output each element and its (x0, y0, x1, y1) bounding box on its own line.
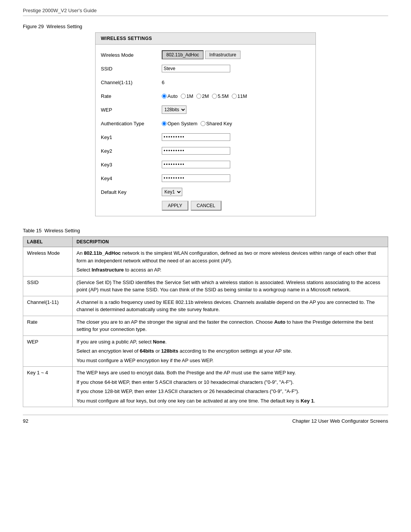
auth-label: Authentication Type (101, 121, 162, 126)
rate-2m-text: 2M (202, 93, 209, 99)
wep-label: WEP (101, 107, 162, 113)
key3-input[interactable] (162, 161, 230, 168)
ssid-row: SSID (101, 64, 308, 73)
page-header: Prestige 2000W_V2 User's Guide (23, 8, 388, 16)
table-row: Channel(1-11)A channel is a radio freque… (23, 296, 388, 316)
wep-row: WEP 128bits 64bits None (101, 105, 308, 115)
wep-controls: 128bits 64bits None (162, 105, 308, 114)
table-label: Table (23, 228, 36, 233)
wep-select[interactable]: 128bits 64bits None (162, 105, 186, 114)
row-description: (Service Set ID) The SSID identifies the… (73, 276, 388, 296)
wireless-panel-body: Wireless Mode 802.11b_AdHoc Infrastructu… (96, 45, 315, 216)
col-header-label: LABEL (23, 237, 73, 247)
key1-row: Key1 (101, 132, 308, 142)
row-description: If you are using a public AP, select Non… (73, 335, 388, 367)
default-key-select[interactable]: Key1 Key2 Key3 Key4 (162, 188, 182, 196)
default-key-controls: Key1 Key2 Key3 Key4 (162, 188, 308, 196)
wireless-mode-controls: 802.11b_AdHoc Infrastructure (162, 50, 308, 59)
table-caption-text: Wireless Setting (44, 228, 80, 233)
key1-input[interactable] (162, 133, 230, 141)
row-description: An 802.11b_AdHoc network is the simplest… (73, 247, 388, 276)
row-description: A channel is a radio frequency used by I… (73, 296, 388, 316)
row-description: The closer you are to an AP the stronger… (73, 316, 388, 335)
key4-input[interactable] (162, 174, 230, 182)
row-label: SSID (23, 276, 73, 296)
rate-11m-label[interactable]: 11M (232, 93, 247, 99)
rate-1m-text: 1M (186, 93, 193, 99)
figure-caption-text: Wireless Setting (46, 24, 82, 29)
table-number: 15 (36, 228, 41, 233)
channel-label: Channel(1-11) (101, 80, 162, 85)
table-row: Key 1 ~ 4The WEP keys are used to encryp… (23, 367, 388, 407)
ssid-label: SSID (101, 66, 162, 72)
panel-title: WIRELESS SETTINGS (101, 36, 152, 41)
key1-controls (162, 133, 308, 141)
wireless-mode-row: Wireless Mode 802.11b_AdHoc Infrastructu… (101, 50, 308, 60)
key1-label: Key1 (101, 134, 162, 140)
rate-1m-label[interactable]: 1M (181, 93, 193, 99)
row-description: The WEP keys are used to encrypt data. B… (73, 367, 388, 407)
key2-row: Key2 (101, 146, 308, 156)
figure-caption: Figure 29 Wireless Setting (23, 24, 388, 29)
cancel-button[interactable]: CANCEL (191, 201, 221, 211)
wireless-settings-panel: WIRELESS SETTINGS Wireless Mode 802.11b_… (95, 32, 316, 216)
channel-value: 6 (162, 80, 164, 85)
row-label: Wireless Mode (23, 247, 73, 276)
description-table: LABEL DESCRIPTION Wireless ModeAn 802.11… (23, 236, 388, 407)
rate-11m-text: 11M (237, 93, 247, 99)
table-header-row: LABEL DESCRIPTION (23, 237, 388, 247)
table-row: WEPIf you are using a public AP, select … (23, 335, 388, 367)
auth-open-label[interactable]: Open System (162, 121, 198, 126)
rate-11m-radio[interactable] (232, 94, 237, 99)
key2-input[interactable] (162, 147, 230, 155)
rate-label: Rate (101, 93, 162, 99)
wireless-mode-label: Wireless Mode (101, 52, 162, 58)
rate-auto-label[interactable]: Auto (162, 93, 178, 99)
key2-controls (162, 147, 308, 155)
rate-5m-radio[interactable] (212, 94, 217, 99)
figure-label: Figure (23, 24, 38, 29)
wireless-panel-header: WIRELESS SETTINGS (96, 33, 315, 45)
table-row: SSID(Service Set ID) The SSID identifies… (23, 276, 388, 296)
table-row: RateThe closer you are to an AP the stro… (23, 316, 388, 335)
chapter-title: Chapter 12 User Web Configurator Screens (292, 418, 388, 424)
key4-controls (162, 174, 308, 182)
default-key-row: Default Key Key1 Key2 Key3 Key4 (101, 187, 308, 197)
table-row: Wireless ModeAn 802.11b_AdHoc network is… (23, 247, 388, 276)
row-label: Key 1 ~ 4 (23, 367, 73, 407)
key3-row: Key3 (101, 160, 308, 169)
rate-5m-text: 5.5M (218, 93, 229, 99)
rate-1m-radio[interactable] (181, 94, 186, 99)
ssid-controls (162, 65, 308, 72)
ssid-input[interactable] (162, 65, 230, 72)
auth-controls: Open System Shared Key (162, 121, 308, 126)
rate-2m-label[interactable]: 2M (196, 93, 209, 99)
rate-auto-radio[interactable] (162, 94, 167, 99)
adhoc-button[interactable]: 802.11b_AdHoc (162, 50, 204, 59)
rate-auto-text: Auto (167, 93, 178, 99)
row-label: Channel(1-11) (23, 296, 73, 316)
auth-row: Authentication Type Open System Shared K… (101, 118, 308, 128)
infrastructure-button[interactable]: Infrastructure (205, 51, 241, 59)
row-label: Rate (23, 316, 73, 335)
page-footer: 92 Chapter 12 User Web Configurator Scre… (23, 415, 388, 424)
key3-controls (162, 161, 308, 168)
key4-label: Key4 (101, 176, 162, 181)
rate-controls: Auto 1M 2M 5.5M 11M (162, 93, 308, 99)
key2-label: Key2 (101, 148, 162, 154)
rate-row: Rate Auto 1M 2M 5.5M (101, 91, 308, 101)
channel-controls: 6 (162, 80, 308, 85)
rate-5m-label[interactable]: 5.5M (212, 93, 229, 99)
auth-shared-radio[interactable] (201, 121, 206, 126)
col-header-description: DESCRIPTION (73, 237, 388, 247)
channel-row: Channel(1-11) 6 (101, 77, 308, 87)
figure-number: 29 (38, 24, 43, 29)
auth-shared-label[interactable]: Shared Key (201, 121, 232, 126)
rate-2m-radio[interactable] (196, 94, 201, 99)
apply-button[interactable]: APPLY (162, 201, 188, 211)
auth-open-radio[interactable] (162, 121, 167, 126)
row-label: WEP (23, 335, 73, 367)
auth-open-text: Open System (167, 121, 198, 126)
key3-label: Key3 (101, 162, 162, 168)
key4-row: Key4 (101, 173, 308, 183)
